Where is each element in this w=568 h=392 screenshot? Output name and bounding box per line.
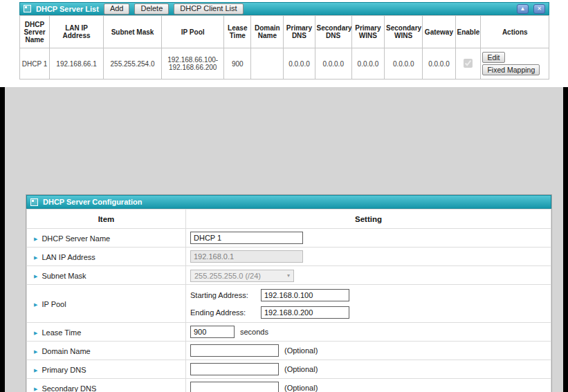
page-background: DHCP Server Configuration Item Setting ▶… xyxy=(5,87,563,392)
ip-pool-label: IP Pool xyxy=(42,300,66,308)
starting-address-label: Starting Address: xyxy=(190,291,261,299)
col-primary-dns: Primary DNS xyxy=(284,16,315,48)
cell-subnet-mask: 255.255.254.0 xyxy=(103,48,161,80)
collapse-button[interactable]: ▲ xyxy=(517,4,529,14)
optional-hint: (Optional) xyxy=(284,365,318,373)
optional-hint: (Optional) xyxy=(284,346,318,355)
row-primary-dns: ▶Primary DNS (Optional) xyxy=(27,360,551,379)
col-enable: Enable xyxy=(455,16,481,48)
bullet-icon: ▶ xyxy=(34,255,37,260)
col-domain-name: Domain Name xyxy=(251,16,284,48)
row-domain-name: ▶Domain Name (Optional) xyxy=(27,342,551,360)
col-secondary-dns: Secondary DNS xyxy=(315,16,351,48)
dhcp-config-title: DHCP Server Configuration xyxy=(43,198,142,206)
secondary-dns-input[interactable] xyxy=(190,382,279,392)
bullet-icon: ▶ xyxy=(34,368,37,373)
ip-pool-start-input[interactable] xyxy=(261,289,349,301)
row-enable-checkbox xyxy=(464,59,473,68)
dhcp-server-name-input[interactable] xyxy=(190,232,303,244)
window-icon xyxy=(24,5,31,12)
lan-ip-address-label: LAN IP Address xyxy=(42,253,95,261)
cell-lease-time: 900 xyxy=(224,48,251,80)
col-secondary-wins: Secondary WINS xyxy=(384,16,422,48)
col-ip-pool: IP Pool xyxy=(162,16,224,48)
col-setting: Setting xyxy=(186,209,551,229)
close-icon: ✕ xyxy=(537,6,542,12)
optional-hint: (Optional) xyxy=(284,384,318,392)
bullet-icon: ▶ xyxy=(34,236,37,241)
config-header-row: Item Setting xyxy=(27,209,551,229)
cell-server-name: DHCP 1 xyxy=(20,48,50,80)
primary-dns-input[interactable] xyxy=(190,363,279,375)
cell-gateway: 0.0.0.0 xyxy=(423,48,455,80)
edit-button[interactable]: Edit xyxy=(482,52,504,63)
dhcp-server-list-panel: DHCP Server List Add Delete DHCP Client … xyxy=(19,2,549,80)
col-primary-wins: Primary WINS xyxy=(351,16,384,48)
dhcp-list-title: DHCP Server List xyxy=(36,5,99,13)
primary-dns-label: Primary DNS xyxy=(42,366,86,374)
row-ip-pool: ▶IP Pool Starting Address: Ending Addres… xyxy=(27,285,551,323)
subnet-mask-selected-value: 255.255.255.0 (/24) xyxy=(194,272,261,280)
col-lan-ip-address: LAN IP Address xyxy=(50,16,104,48)
fixed-mapping-button[interactable]: Fixed Mapping xyxy=(482,64,540,75)
top-background: DHCP Server List Add Delete DHCP Client … xyxy=(0,0,568,87)
collapse-icon: ▲ xyxy=(520,6,526,12)
secondary-dns-label: Secondary DNS xyxy=(42,384,96,392)
dhcp-server-list-table: DHCP Server Name LAN IP Address Subnet M… xyxy=(19,15,549,80)
row-lease-time: ▶Lease Time seconds xyxy=(27,323,551,342)
cell-domain-name xyxy=(251,48,284,80)
delete-button[interactable]: Delete xyxy=(134,3,169,15)
bullet-icon: ▶ xyxy=(34,330,37,335)
cell-ip-pool: 192.168.66.100-192.168.66.200 xyxy=(162,48,224,80)
bullet-icon: ▶ xyxy=(34,274,37,279)
close-button[interactable]: ✕ xyxy=(533,4,545,14)
chevron-down-icon: ▾ xyxy=(287,272,290,279)
cell-enable xyxy=(455,48,481,80)
row-dhcp-server-name: ▶DHCP Server Name xyxy=(27,229,551,248)
lease-time-label: Lease Time xyxy=(42,328,81,337)
cell-secondary-dns: 0.0.0.0 xyxy=(315,48,351,80)
ip-pool-end-input[interactable] xyxy=(261,306,349,319)
col-gateway: Gateway xyxy=(423,16,455,48)
cell-primary-wins: 0.0.0.0 xyxy=(351,48,384,80)
row-subnet-mask: ▶Subnet Mask 255.255.255.0 (/24) ▾ xyxy=(27,266,551,285)
domain-name-input[interactable] xyxy=(190,344,279,357)
add-button[interactable]: Add xyxy=(104,3,130,15)
dhcp-client-list-button[interactable]: DHCP Client List xyxy=(174,3,243,15)
row-lan-ip-address: ▶LAN IP Address xyxy=(27,248,551,266)
list-header-row: DHCP Server Name LAN IP Address Subnet M… xyxy=(20,16,549,48)
dhcp-server-configuration-panel: DHCP Server Configuration Item Setting ▶… xyxy=(26,194,552,392)
bullet-icon: ▶ xyxy=(34,302,37,307)
col-lease-time: Lease Time xyxy=(224,16,251,48)
cell-secondary-wins: 0.0.0.0 xyxy=(384,48,422,80)
ending-address-label: Ending Address: xyxy=(190,308,261,317)
cell-lan-ip: 192.168.66.1 xyxy=(50,48,104,80)
lan-ip-input[interactable] xyxy=(190,250,303,263)
subnet-mask-label: Subnet Mask xyxy=(42,272,86,280)
dhcp-list-header: DHCP Server List Add Delete DHCP Client … xyxy=(19,2,549,15)
row-secondary-dns: ▶Secondary DNS (Optional) xyxy=(27,379,551,392)
bullet-icon: ▶ xyxy=(34,386,37,391)
table-row: DHCP 1 192.168.66.1 255.255.254.0 192.16… xyxy=(20,48,549,80)
col-item: Item xyxy=(27,209,186,229)
domain-name-label: Domain Name xyxy=(42,347,90,355)
col-actions: Actions xyxy=(481,16,549,48)
subnet-mask-select[interactable]: 255.255.255.0 (/24) ▾ xyxy=(190,270,294,282)
dhcp-config-table: Item Setting ▶DHCP Server Name ▶LAN IP A… xyxy=(26,209,551,392)
col-dhcp-server-name: DHCP Server Name xyxy=(20,16,50,48)
lease-time-unit: seconds xyxy=(240,328,268,336)
col-subnet-mask: Subnet Mask xyxy=(103,16,161,48)
cell-primary-dns: 0.0.0.0 xyxy=(284,48,315,80)
lease-time-input[interactable] xyxy=(190,326,235,338)
dhcp-config-header: DHCP Server Configuration xyxy=(26,195,551,209)
cell-actions: Edit Fixed Mapping xyxy=(481,48,549,80)
bullet-icon: ▶ xyxy=(34,349,37,354)
window-icon xyxy=(30,198,38,206)
dhcp-server-name-label: DHCP Server Name xyxy=(42,234,110,243)
